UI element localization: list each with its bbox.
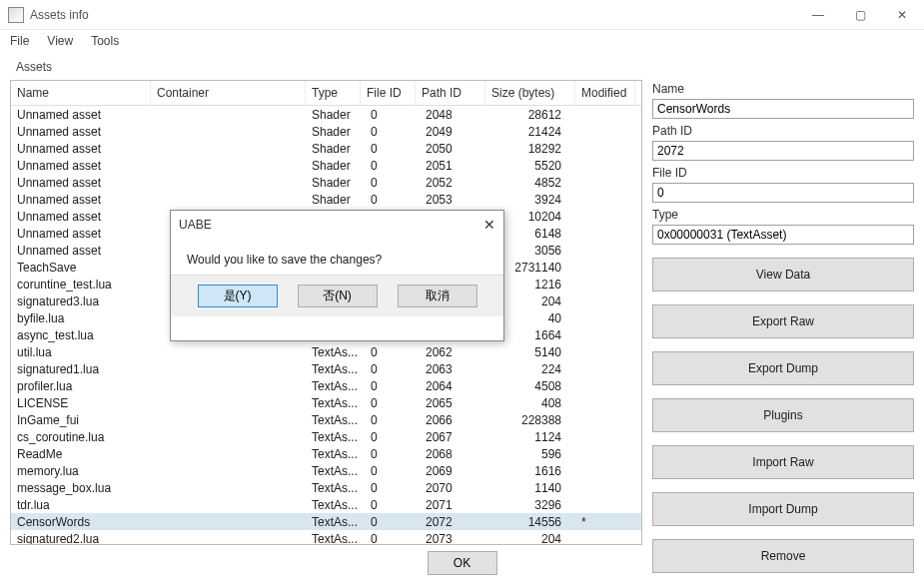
export-dump-button[interactable]: Export Dump — [652, 351, 914, 385]
table-header: Name Container Type File ID Path ID Size… — [11, 81, 641, 106]
col-modified[interactable]: Modified — [575, 81, 635, 105]
maximize-button[interactable]: ▢ — [846, 8, 874, 22]
fileid-input[interactable] — [652, 183, 914, 203]
table-row[interactable]: message_box.luaTextAs...020701140 — [11, 479, 641, 496]
plugins-button[interactable]: Plugins — [652, 398, 914, 432]
table-row[interactable]: util.luaTextAs...020625140 — [11, 343, 641, 360]
side-panel: Name Path ID File ID Type View Data Expo… — [652, 80, 914, 573]
titlebar: Assets info — ▢ ✕ — [0, 0, 924, 30]
table-row[interactable]: signatured1.luaTextAs...02063224 — [11, 360, 641, 377]
menu-file[interactable]: File — [10, 34, 29, 48]
close-button[interactable]: ✕ — [888, 8, 916, 22]
table-row[interactable]: InGame_fuiTextAs...02066228388 — [11, 411, 641, 428]
assets-label: Assets — [16, 60, 914, 74]
table-row[interactable]: memory.luaTextAs...020691616 — [11, 462, 641, 479]
menu-tools[interactable]: Tools — [91, 34, 119, 48]
table-row[interactable]: Unnamed assetShader020533924 — [11, 191, 641, 208]
export-raw-button[interactable]: Export Raw — [652, 304, 914, 338]
view-data-button[interactable]: View Data — [652, 258, 914, 292]
name-input[interactable] — [652, 99, 914, 119]
menu-view[interactable]: View — [47, 34, 73, 48]
type-input[interactable] — [652, 225, 914, 245]
app-icon — [8, 7, 24, 23]
table-row[interactable]: tdr.luaTextAs...020713296 — [11, 496, 641, 513]
window-title: Assets info — [30, 8, 89, 22]
table-row[interactable]: CensorWordsTextAs...0207214556* — [11, 513, 641, 530]
pathid-input[interactable] — [652, 141, 914, 161]
col-name[interactable]: Name — [11, 81, 151, 105]
import-dump-button[interactable]: Import Dump — [652, 492, 914, 526]
dialog-no-button[interactable]: 否(N) — [298, 285, 378, 307]
table-row[interactable]: LICENSETextAs...02065408 — [11, 394, 641, 411]
table-row[interactable]: Unnamed assetShader020524852 — [11, 174, 641, 191]
name-label: Name — [652, 82, 914, 96]
table-row[interactable]: profiler.luaTextAs...020644508 — [11, 377, 641, 394]
table-row[interactable]: Unnamed assetShader0205018292 — [11, 140, 641, 157]
dialog-yes-button[interactable]: 是(Y) — [198, 285, 278, 307]
dialog-title: UABE — [179, 218, 212, 232]
col-container[interactable]: Container — [151, 81, 306, 105]
dialog-close-icon[interactable]: ✕ — [483, 217, 495, 233]
window-controls: — ▢ ✕ — [804, 8, 916, 22]
type-label: Type — [652, 208, 914, 222]
table-row[interactable]: Unnamed assetShader0204828612 — [11, 106, 641, 123]
fileid-label: File ID — [652, 166, 914, 180]
col-type[interactable]: Type — [306, 81, 361, 105]
dialog-message: Would you like to save the changes? — [171, 239, 503, 275]
col-pathid[interactable]: Path ID — [416, 81, 485, 105]
dialog-cancel-button[interactable]: 取消 — [398, 285, 477, 307]
table-row[interactable]: Unnamed assetShader0204921424 — [11, 123, 641, 140]
table-row[interactable]: signatured2.luaTextAs...02073204 — [11, 530, 641, 545]
col-fileid[interactable]: File ID — [361, 81, 416, 105]
pathid-label: Path ID — [652, 124, 914, 138]
table-row[interactable]: Unnamed assetShader020515520 — [11, 157, 641, 174]
dialog-titlebar: UABE ✕ — [171, 211, 503, 239]
minimize-button[interactable]: — — [804, 8, 832, 22]
save-dialog: UABE ✕ Would you like to save the change… — [170, 210, 504, 341]
ok-button[interactable]: OK — [428, 551, 497, 575]
col-size[interactable]: Size (bytes) — [485, 81, 575, 105]
table-row[interactable]: ReadMeTextAs...02068596 — [11, 445, 641, 462]
menubar: File View Tools — [0, 30, 924, 52]
table-row[interactable]: cs_coroutine.luaTextAs...020671124 — [11, 428, 641, 445]
import-raw-button[interactable]: Import Raw — [652, 445, 914, 479]
